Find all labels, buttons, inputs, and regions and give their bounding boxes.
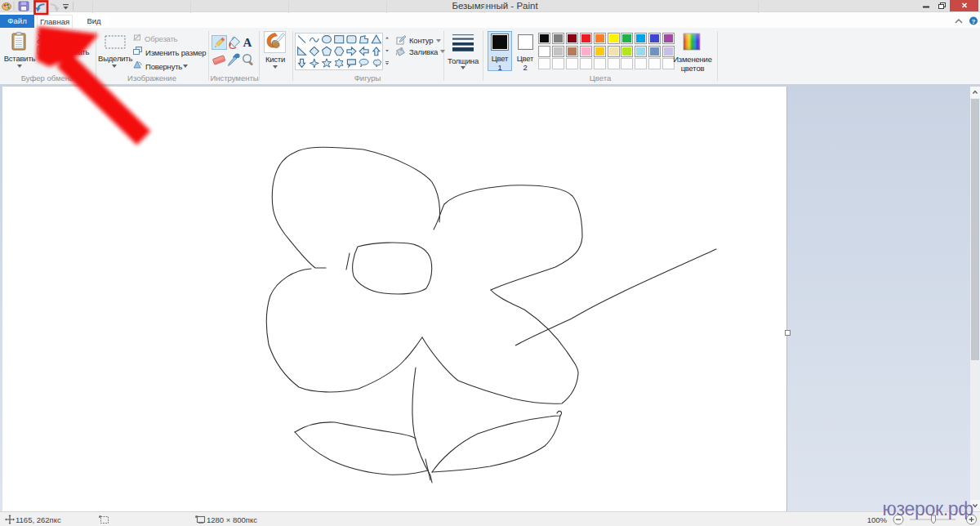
- svg-text:?: ?: [972, 18, 976, 25]
